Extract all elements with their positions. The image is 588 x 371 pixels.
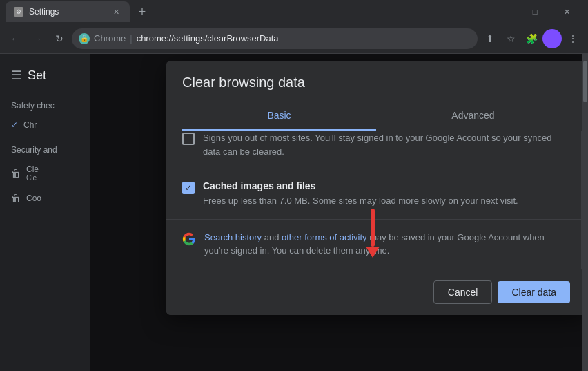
- menu-button[interactable]: ⋮: [563, 29, 582, 48]
- browser-tab[interactable]: ⚙ Settings ✕: [6, 1, 130, 22]
- cached-images-description: Frees up less than 7.0 MB. Some sites ma…: [203, 194, 559, 208]
- window-controls: ─ □ ✕: [487, 0, 582, 23]
- settings-page-title: Set: [28, 68, 46, 83]
- safety-check-label: Safety chec: [11, 101, 55, 111]
- new-tab-button[interactable]: +: [133, 2, 152, 21]
- security-label: Security and: [11, 145, 57, 155]
- page-scrollbar-track[interactable]: [582, 54, 588, 371]
- tab-advanced[interactable]: Advanced: [376, 102, 570, 131]
- address-text: Chrome | chrome://settings/clearBrowserD…: [94, 33, 279, 44]
- site-name: Chrome: [94, 33, 126, 44]
- info-box: Search history and other forms of activi…: [166, 220, 587, 269]
- toolbar-actions: ⬆ ☆ 🧩 ⋮: [480, 29, 582, 48]
- modal-body: Signs you out of most sites. You'll stay…: [166, 131, 587, 269]
- secure-icon: 🔒: [79, 33, 90, 44]
- address-bar[interactable]: 🔒 Chrome | chrome://settings/clearBrowse…: [72, 28, 478, 49]
- sidebar-header: ☰ Set: [0, 59, 90, 91]
- hamburger-icon[interactable]: ☰: [11, 68, 22, 83]
- bookmark-button[interactable]: ☆: [501, 29, 520, 48]
- sidebar-items: Safety chec ✓ Chr Security and 🗑 Cle Cle…: [0, 97, 90, 209]
- sidebar-item-clear[interactable]: 🗑 Cle Cle: [0, 159, 90, 187]
- cancel-button[interactable]: Cancel: [433, 280, 493, 304]
- checkmark-icon: ✓: [185, 183, 192, 193]
- close-window-button[interactable]: ✕: [551, 0, 582, 23]
- sidebar-item-chr-label: Chr: [23, 120, 37, 130]
- modal-overlay: Clear browsing data Basic Advanced Signs…: [90, 54, 588, 371]
- page-area: 🔍 ck now Clear browsing data Basic Advan…: [90, 54, 588, 371]
- tab-basic[interactable]: Basic: [182, 102, 376, 131]
- modal-header: Clear browsing data Basic Advanced: [166, 61, 587, 131]
- security-section-label: Security and: [0, 141, 90, 159]
- clear-browsing-data-modal: Clear browsing data Basic Advanced Signs…: [166, 61, 587, 315]
- tab-favicon: ⚙: [14, 7, 23, 17]
- title-bar: ⚙ Settings ✕ + ─ □ ✕: [0, 0, 588, 23]
- url-text: chrome://settings/clearBrowserData: [137, 33, 279, 44]
- extensions-button[interactable]: 🧩: [522, 29, 541, 48]
- main-content: ☰ Set Safety chec ✓ Chr Security and 🗑 C…: [0, 54, 588, 371]
- info-box-text: Search history and other forms of activi…: [204, 231, 570, 258]
- trash-icon-2: 🗑: [11, 193, 21, 204]
- sidebar-item-cookies[interactable]: 🗑 Coo: [0, 187, 90, 209]
- maximize-button[interactable]: □: [519, 0, 551, 23]
- settings-sidebar: ☰ Set Safety chec ✓ Chr Security and 🗑 C…: [0, 54, 90, 371]
- clear-data-button[interactable]: Clear data: [498, 281, 570, 303]
- profile-button[interactable]: [542, 29, 562, 48]
- sidebar-item-check[interactable]: ✓ Chr: [0, 115, 90, 135]
- modal-title: Clear browsing data: [182, 75, 570, 91]
- trash-icon-1: 🗑: [11, 168, 21, 179]
- check-icon: ✓: [11, 120, 18, 130]
- tab-label: Settings: [29, 7, 59, 17]
- address-divider: |: [130, 33, 132, 44]
- modal-tabs: Basic Advanced: [182, 102, 570, 131]
- back-button[interactable]: ←: [6, 29, 25, 48]
- page-scrollbar-thumb[interactable]: [583, 61, 587, 102]
- forward-button[interactable]: →: [28, 29, 47, 48]
- cached-images-title: Cached images and files: [203, 180, 559, 191]
- minimize-button[interactable]: ─: [487, 0, 519, 23]
- cached-images-content: Cached images and files Frees up less th…: [203, 180, 570, 208]
- cached-images-checkbox[interactable]: ✓: [182, 182, 195, 194]
- browser-toolbar: ← → ↻ 🔒 Chrome | chrome://settings/clear…: [0, 23, 588, 54]
- google-g-icon: [182, 232, 196, 246]
- signed-out-content: Signs you out of most sites. You'll stay…: [203, 131, 570, 158]
- cookies-item-label: Coo: [26, 193, 41, 203]
- signed-out-checkbox[interactable]: [182, 133, 195, 145]
- search-history-link[interactable]: Search history: [204, 232, 262, 242]
- tab-close-button[interactable]: ✕: [110, 6, 121, 17]
- partial-signed-out-item: Signs you out of most sites. You'll stay…: [166, 131, 587, 169]
- clear-item-label: Cle: [26, 164, 39, 174]
- modal-footer: Cancel Clear data: [166, 269, 587, 315]
- clear-item-sublabel: Cle: [26, 174, 39, 182]
- refresh-button[interactable]: ↻: [50, 29, 69, 48]
- cached-images-item: ✓ Cached images and files Frees up less …: [166, 169, 587, 220]
- safety-check-section: Safety chec: [0, 97, 90, 115]
- signed-out-description: Signs you out of most sites. You'll stay…: [203, 131, 559, 158]
- share-button[interactable]: ⬆: [480, 29, 500, 48]
- other-forms-link[interactable]: other forms of activity: [282, 232, 367, 242]
